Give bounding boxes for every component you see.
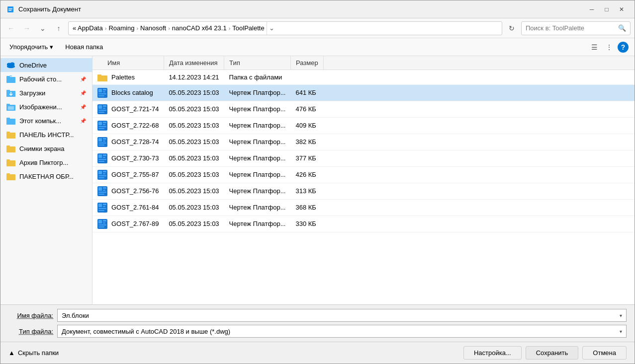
file-name: Palettes: [92, 70, 164, 85]
window-controls: ─ □ ✕: [585, 4, 629, 14]
cancel-button[interactable]: Отмена: [582, 346, 627, 360]
new-folder-button[interactable]: Новая папка: [62, 42, 106, 52]
folder-panel-icon: [6, 130, 15, 139]
minimize-button[interactable]: ─: [585, 4, 599, 14]
table-row[interactable]: GOST_2.730-7305.05.2023 15:03Чертеж Плат…: [92, 150, 635, 166]
address-path[interactable]: « AppData › Roaming › Nanosoft › nanoCAD…: [68, 21, 502, 35]
help-button[interactable]: ?: [618, 42, 629, 53]
col-name[interactable]: Имя: [92, 56, 164, 70]
table-row[interactable]: GOST_2.767-8905.05.2023 15:03Чертеж Плат…: [92, 216, 635, 232]
table-row[interactable]: Palettes14.12.2023 14:21Папка с файлами: [92, 70, 635, 85]
filename-value: Эл.блоки: [62, 312, 620, 319]
svg-rect-36: [98, 110, 106, 111]
organize-button[interactable]: Упорядочить ▾: [6, 42, 56, 52]
maximize-button[interactable]: □: [600, 4, 614, 14]
file-modified: 14.12.2023 14:21: [164, 70, 224, 85]
svg-rect-13: [8, 106, 14, 110]
table-row[interactable]: GOST_2.728-7405.05.2023 15:03Чертеж Плат…: [92, 134, 635, 150]
col-size[interactable]: Размер: [290, 56, 323, 70]
svg-rect-65: [103, 190, 105, 191]
sidebar-label-archive: Архив Пиктогр...: [19, 159, 86, 166]
thispc-pin-icon: 📌: [80, 118, 86, 124]
sidebar-item-batch[interactable]: ПАКЕТНАЯ ОБР...: [0, 169, 92, 183]
main-content: OneDrive Рабочий сто... 📌: [0, 56, 635, 304]
filename-dropdown-icon[interactable]: ▾: [620, 313, 622, 318]
filetype-row: Тип файла: Документ, совместимый с AutoC…: [8, 325, 627, 338]
file-size: 426 КБ: [290, 166, 323, 183]
save-button[interactable]: Сохранить: [526, 346, 579, 360]
sidebar-item-screenshots[interactable]: Снимки экрана: [0, 142, 92, 155]
svg-rect-18: [6, 146, 15, 152]
table-row[interactable]: Blocks catalog05.05.2023 15:03Чертеж Пла…: [92, 84, 635, 101]
folder-downloads-icon: [6, 88, 15, 97]
recent-button[interactable]: ⌄: [36, 22, 49, 35]
file-type: Чертеж Платфор...: [224, 117, 291, 134]
view-list-button[interactable]: ☰: [588, 41, 601, 54]
svg-rect-63: [98, 187, 102, 191]
table-row[interactable]: GOST_2.755-8705.05.2023 15:03Чертеж Плат…: [92, 166, 635, 183]
filetype-dropdown-icon[interactable]: ▾: [620, 329, 622, 334]
svg-rect-39: [98, 122, 102, 125]
table-row[interactable]: GOST_2.722-6805.05.2023 15:03Чертеж Плат…: [92, 117, 635, 134]
table-row[interactable]: GOST_2.756-7605.05.2023 15:03Чертеж Плат…: [92, 183, 635, 199]
svg-rect-24: [97, 75, 107, 81]
svg-rect-28: [103, 89, 106, 90]
path-roaming[interactable]: Roaming: [108, 24, 134, 32]
filetype-input[interactable]: Документ, совместимый с AutoCAD 2018 и в…: [57, 325, 627, 338]
settings-button[interactable]: Настройка...: [463, 346, 522, 360]
forward-button[interactable]: →: [20, 22, 33, 35]
sidebar-item-desktop[interactable]: Рабочий сто... 📌: [0, 72, 92, 86]
col-modified[interactable]: Дата изменения: [164, 56, 224, 70]
file-size: 641 КБ: [290, 84, 323, 101]
filename-input[interactable]: Эл.блоки ▾: [57, 309, 627, 322]
path-nanocad[interactable]: nanoCAD x64 23.1: [172, 24, 227, 32]
hide-folders-button[interactable]: ▲ Скрыть папки: [8, 349, 59, 357]
filetype-label: Тип файла:: [8, 328, 53, 335]
dwg-icon: GOST_2.767-89: [97, 219, 159, 229]
svg-rect-33: [98, 105, 102, 109]
path-nanosoft[interactable]: Nanosoft: [140, 24, 166, 32]
search-box: 🔍: [521, 21, 631, 35]
svg-rect-20: [6, 160, 15, 166]
file-size: 313 КБ: [290, 183, 323, 199]
sidebar-item-panel[interactable]: ПАНЕЛЬ ИНСТР...: [0, 128, 92, 142]
close-button[interactable]: ✕: [615, 4, 629, 14]
svg-rect-72: [98, 208, 106, 209]
table-row[interactable]: GOST_2.721-7405.05.2023 15:03Чертеж Плат…: [92, 101, 635, 117]
svg-rect-66: [98, 192, 106, 193]
folder-icon: Palettes: [97, 73, 135, 81]
table-row[interactable]: GOST_2.761-8405.05.2023 15:03Чертеж Плат…: [92, 199, 635, 216]
file-name: GOST_2.730-73: [92, 150, 164, 166]
file-modified: 05.05.2023 15:03: [164, 199, 224, 216]
sidebar-item-onedrive[interactable]: OneDrive: [0, 58, 92, 72]
path-dropdown-button[interactable]: ⌄: [267, 21, 276, 35]
search-input[interactable]: [526, 24, 615, 32]
folder-archive-icon: [6, 158, 15, 167]
col-type[interactable]: Тип: [224, 56, 291, 70]
sidebar-item-images[interactable]: Изображени... 📌: [0, 100, 92, 114]
path-appdata[interactable]: « AppData: [73, 24, 103, 32]
filename-label: Имя файла:: [8, 312, 53, 319]
svg-point-5: [10, 63, 14, 66]
sidebar-item-archive[interactable]: Архив Пиктогр...: [0, 155, 92, 169]
desktop-pin-icon: 📌: [80, 76, 86, 82]
sidebar-item-downloads[interactable]: Загрузки 📌: [0, 86, 92, 100]
svg-rect-75: [98, 220, 102, 223]
up-button[interactable]: ↑: [52, 22, 65, 35]
file-modified: 05.05.2023 15:03: [164, 183, 224, 199]
refresh-button[interactable]: ↻: [505, 22, 518, 35]
path-toolpalette[interactable]: ToolPalette: [232, 24, 264, 32]
svg-rect-25: [97, 74, 101, 76]
sidebar-item-thispc[interactable]: Этот компьк... 📌: [0, 114, 92, 128]
file-type: Чертеж Платфор...: [224, 150, 291, 166]
dwg-icon-svg: [97, 88, 107, 98]
svg-rect-2: [8, 10, 11, 11]
file-size: 382 КБ: [290, 134, 323, 150]
back-button[interactable]: ←: [4, 22, 17, 35]
file-size: 476 КБ: [290, 101, 323, 117]
svg-rect-1: [8, 8, 12, 9]
images-pin-icon: 📌: [80, 104, 86, 110]
dialog-title: Сохранить Документ: [18, 5, 585, 13]
sidebar-label-onedrive: OneDrive: [19, 62, 86, 69]
view-more-button[interactable]: ⋮: [603, 41, 616, 54]
